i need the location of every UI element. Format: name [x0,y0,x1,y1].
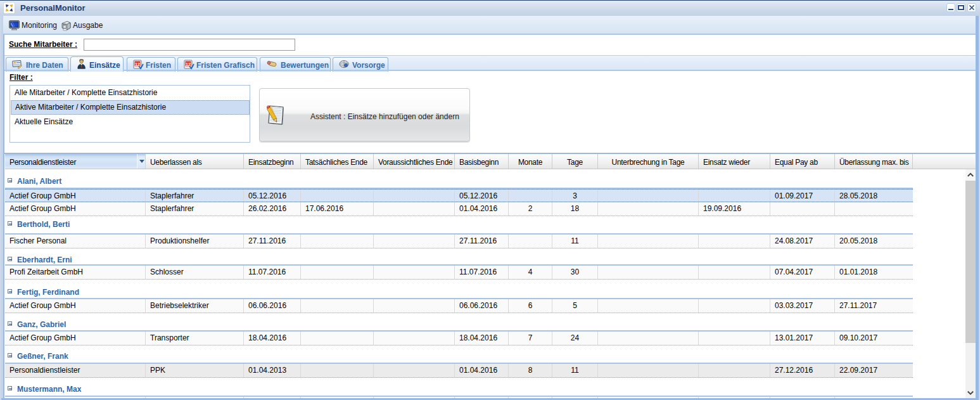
svg-text:12: 12 [186,62,191,67]
svg-text:12: 12 [135,62,140,67]
